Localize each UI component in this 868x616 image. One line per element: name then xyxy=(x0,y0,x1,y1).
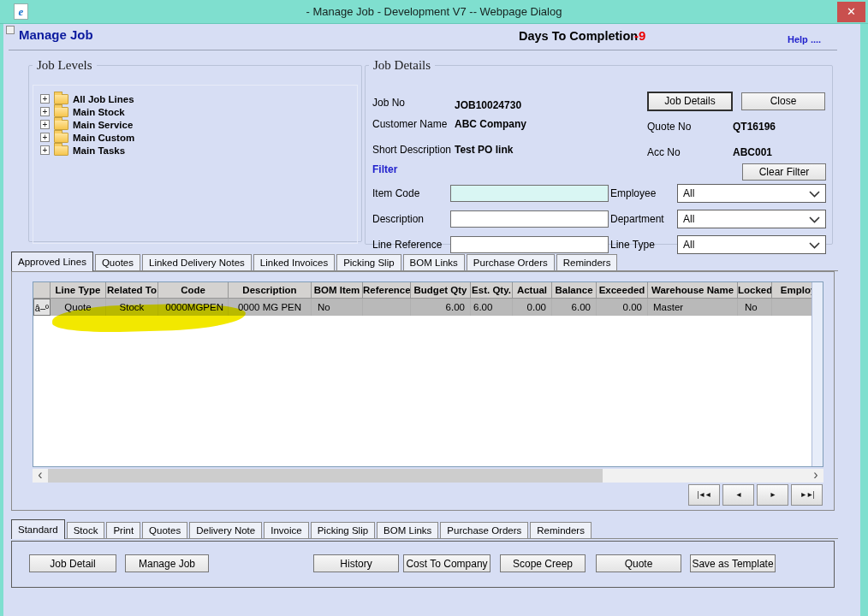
grid-cell[interactable]: 6.00 xyxy=(411,299,471,316)
days-to-completion-label: Days To Completion xyxy=(519,29,638,43)
employee-select[interactable]: All xyxy=(677,184,826,203)
item-code-input[interactable] xyxy=(450,185,609,202)
page-title: Manage Job xyxy=(19,27,93,42)
tab-quotes[interactable]: Quotes xyxy=(95,254,140,270)
close-button[interactable]: Close xyxy=(741,92,825,110)
tab-linked-invoices[interactable]: Linked Invoices xyxy=(253,254,335,270)
tab-delivery-note[interactable]: Delivery Note xyxy=(189,522,262,538)
grid-cell[interactable]: 6.00 xyxy=(552,299,597,316)
grid-cell[interactable]: No xyxy=(312,299,363,316)
grid-header-cell[interactable]: Related To xyxy=(106,282,158,299)
grid-header-cell[interactable]: Line Type xyxy=(51,282,106,299)
save-as-template-button[interactable]: Save as Template xyxy=(690,554,776,572)
grid-header-cell[interactable]: Budget Qty xyxy=(411,282,471,299)
tree-item-main-stock[interactable]: + Main Stock xyxy=(40,105,125,118)
grid-cell[interactable]: 0.00 xyxy=(597,299,648,316)
line-reference-input[interactable] xyxy=(450,236,609,253)
approved-lines-panel: Line Type Related To Code Description BO… xyxy=(11,271,835,511)
tree-item-all-job-lines[interactable]: + All Job Lines xyxy=(40,92,134,105)
tab-picking-slip-actions[interactable]: Picking Slip xyxy=(311,522,375,538)
next-record-button[interactable]: ► xyxy=(757,484,788,506)
lines-tab-strip: Approved Lines Quotes Linked Delivery No… xyxy=(11,252,838,271)
tab-quotes-actions[interactable]: Quotes xyxy=(142,522,187,538)
cost-to-company-button[interactable]: Cost To Company xyxy=(403,554,490,572)
tab-reminders-actions[interactable]: Reminders xyxy=(530,522,592,538)
job-levels-group: Job Levels + All Job Lines + Main Stock … xyxy=(28,58,362,242)
lines-grid: Line Type Related To Code Description BO… xyxy=(33,282,823,316)
grid-cell[interactable]: 0.00 xyxy=(513,299,552,316)
tab-print[interactable]: Print xyxy=(106,522,140,538)
quote-button[interactable]: Quote xyxy=(596,554,681,572)
expand-plus-icon[interactable]: + xyxy=(40,145,50,155)
tree-item-main-tasks[interactable]: + Main Tasks xyxy=(40,144,125,157)
grid-cell[interactable] xyxy=(363,299,411,316)
grid-header-cell[interactable]: Locked xyxy=(738,282,772,299)
tab-picking-slip[interactable]: Picking Slip xyxy=(336,254,401,270)
clear-filter-button[interactable]: Clear Filter xyxy=(742,163,826,181)
grid-cell[interactable]: 6.00 xyxy=(471,299,513,316)
prev-record-button[interactable]: ◄ xyxy=(722,484,754,506)
tab-bom-links-actions[interactable]: BOM Links xyxy=(377,522,438,538)
job-details-group: Job Details Job No JOB10024730 Customer … xyxy=(365,58,833,245)
grid-header-cell[interactable] xyxy=(33,282,51,299)
short-description-value: Test PO link xyxy=(455,144,513,156)
vertical-scrollbar[interactable] xyxy=(812,282,823,466)
expand-plus-icon[interactable]: + xyxy=(40,107,50,116)
acc-no-value: ABC001 xyxy=(733,146,772,158)
grid-header-cell[interactable]: Description xyxy=(229,282,312,299)
expand-plus-icon[interactable]: + xyxy=(40,94,50,104)
tree-item-main-custom[interactable]: + Main Custom xyxy=(40,131,134,144)
tab-stock[interactable]: Stock xyxy=(67,522,105,538)
last-record-button[interactable]: ►►| xyxy=(791,484,823,506)
grid-cell[interactable]: Quote xyxy=(51,299,106,316)
scope-creep-button[interactable]: Scope Creep xyxy=(500,554,586,572)
grid-cell[interactable]: 0000 MG PEN xyxy=(229,299,312,316)
scrollbar-thumb[interactable] xyxy=(48,469,603,483)
grid-header-cell[interactable]: Est. Qty. xyxy=(471,282,513,299)
history-button[interactable]: History xyxy=(313,554,399,572)
chevron-down-icon xyxy=(809,242,820,249)
folder-icon xyxy=(54,133,68,143)
grid-cell[interactable]: Master xyxy=(648,299,738,316)
expand-plus-icon[interactable]: + xyxy=(40,133,50,142)
grid-header-cell[interactable]: Actual xyxy=(513,282,552,299)
grid-header-cell[interactable]: Reference xyxy=(363,282,411,299)
help-link[interactable]: Help .... xyxy=(788,34,821,44)
grid-cell[interactable]: No xyxy=(738,299,772,316)
manage-job-button[interactable]: Manage Job xyxy=(125,554,209,572)
tab-invoice[interactable]: Invoice xyxy=(264,522,308,538)
description-label: Description xyxy=(372,213,424,225)
close-icon[interactable]: ✕ xyxy=(837,2,865,22)
tab-linked-delivery-notes[interactable]: Linked Delivery Notes xyxy=(142,254,252,270)
line-type-label: Line Type xyxy=(610,239,655,251)
expand-plus-icon[interactable]: + xyxy=(40,120,50,129)
grid-header-cell[interactable]: BOM Item xyxy=(312,282,363,299)
first-record-button[interactable]: |◄◄ xyxy=(688,484,720,506)
grid-cell[interactable]: Stock xyxy=(106,299,158,316)
grid-header-cell[interactable]: Exceeded xyxy=(597,282,648,299)
grid-data-row[interactable]: â–º Quote Stock 0000MGPEN 0000 MG PEN No… xyxy=(33,299,823,316)
grid-header-cell[interactable]: Code xyxy=(158,282,229,299)
horizontal-scrollbar[interactable]: ‹ › xyxy=(33,469,823,483)
grid-header-cell[interactable]: Balance xyxy=(552,282,597,299)
description-input[interactable] xyxy=(450,210,609,228)
grid-cell[interactable]: 0000MGPEN xyxy=(158,299,229,316)
job-levels-legend: Job Levels xyxy=(33,58,97,73)
tab-purchase-orders[interactable]: Purchase Orders xyxy=(467,254,555,270)
job-details-button[interactable]: Job Details xyxy=(647,92,733,111)
tab-purchase-orders-actions[interactable]: Purchase Orders xyxy=(440,522,528,538)
grid-header-cell[interactable]: Warehouse Name xyxy=(648,282,738,299)
row-marker-cell[interactable]: â–º xyxy=(33,299,51,316)
dialog-content: Manage Job Days To Completion -9 Help ..… xyxy=(3,24,860,616)
tab-bom-links[interactable]: BOM Links xyxy=(403,254,465,270)
tab-standard[interactable]: Standard xyxy=(11,519,65,539)
department-select[interactable]: All xyxy=(677,210,826,228)
scroll-right-icon[interactable]: › xyxy=(808,469,823,483)
tab-approved-lines[interactable]: Approved Lines xyxy=(11,252,93,271)
tab-reminders[interactable]: Reminders xyxy=(556,254,618,270)
scroll-left-icon[interactable]: ‹ xyxy=(33,469,48,483)
department-label: Department xyxy=(610,213,664,225)
job-detail-button[interactable]: Job Detail xyxy=(29,554,116,572)
tree-item-main-service[interactable]: + Main Service xyxy=(40,118,133,131)
chevron-down-icon xyxy=(809,191,820,198)
